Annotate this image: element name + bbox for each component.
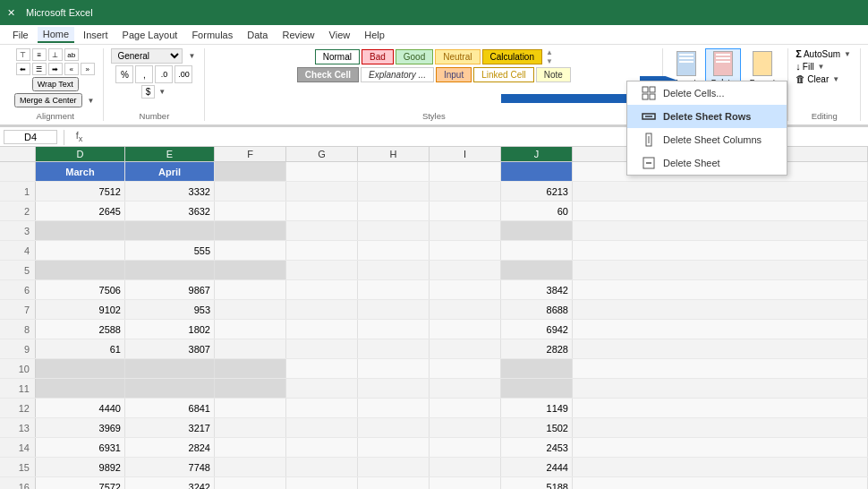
increase-decimal-btn[interactable]: .0	[155, 65, 173, 83]
cell-e-14[interactable]: 2824	[125, 438, 215, 457]
cell-e-12[interactable]: 6841	[125, 399, 215, 417]
align-left-btn[interactable]: ⬅	[16, 63, 30, 75]
align-bottom-btn[interactable]: ⊥	[48, 48, 63, 61]
cell-j-14[interactable]: 2453	[501, 438, 573, 457]
cell-h-11[interactable]	[358, 379, 430, 398]
cell-g-16[interactable]	[286, 477, 358, 489]
cell-f-3[interactable]	[215, 221, 286, 240]
style-bad-btn[interactable]: Bad	[362, 49, 394, 64]
style-normal-btn[interactable]: Normal	[315, 49, 360, 64]
cell-f-9[interactable]	[215, 339, 286, 358]
cell-g-9[interactable]	[286, 339, 358, 358]
cell-i-11[interactable]	[430, 379, 501, 398]
delete-cells-item[interactable]: Delete Cells...	[627, 82, 787, 105]
cell-f-7[interactable]	[215, 300, 286, 319]
cell-j-2[interactable]: 60	[501, 202, 573, 220]
fill-arrow[interactable]: ▼	[816, 63, 827, 71]
cell-h-1[interactable]	[358, 182, 430, 201]
cell-g-10[interactable]	[286, 359, 358, 378]
cell-h-2[interactable]	[358, 202, 430, 220]
comma-style-btn[interactable]: ,	[135, 65, 153, 83]
autosum-arrow[interactable]: ▼	[842, 50, 853, 58]
wrap-text-btn[interactable]: Wrap Text	[32, 77, 79, 91]
cell-e-9[interactable]: 3807	[125, 339, 215, 358]
align-right-btn[interactable]: ➡	[48, 63, 63, 75]
cell-g-4[interactable]	[286, 241, 358, 260]
decrease-decimal-btn[interactable]: .00	[174, 65, 192, 83]
cell-d-5[interactable]	[36, 261, 125, 279]
cell-g-3[interactable]	[286, 221, 358, 240]
align-middle-btn[interactable]: ≡	[32, 48, 47, 61]
cell-d-2[interactable]: 2645	[36, 202, 125, 220]
cell-j-6[interactable]: 3842	[501, 280, 573, 299]
menu-help[interactable]: Help	[359, 28, 390, 42]
cell-h-14[interactable]	[358, 438, 430, 457]
col-header-j[interactable]: J	[501, 147, 573, 161]
style-neutral-btn[interactable]: Neutral	[435, 49, 480, 64]
cell-d-16[interactable]: 7572	[36, 477, 125, 489]
menu-formulas[interactable]: Formulas	[186, 28, 238, 42]
cell-g-12[interactable]	[286, 399, 358, 417]
cell-h-9[interactable]	[358, 339, 430, 358]
cell-d-12[interactable]: 4440	[36, 399, 125, 417]
cell-f-10[interactable]	[215, 359, 286, 378]
cell-h-6[interactable]	[358, 280, 430, 299]
cell-j-7[interactable]: 8688	[501, 300, 573, 319]
cell-j-4[interactable]	[501, 241, 573, 260]
cell-i-4[interactable]	[430, 241, 501, 260]
cell-h-15[interactable]	[358, 458, 430, 476]
cell-i-6[interactable]	[430, 280, 501, 299]
cell-h-12[interactable]	[358, 399, 430, 417]
cell-i-head[interactable]	[430, 162, 501, 181]
align-center-btn[interactable]: ☰	[32, 63, 47, 75]
cell-f-1[interactable]	[215, 182, 286, 201]
delete-sheet-item[interactable]: Delete Sheet	[627, 151, 787, 175]
cell-e-13[interactable]: 3217	[125, 418, 215, 437]
name-box[interactable]	[4, 130, 57, 144]
align-top-btn[interactable]: ⊤	[16, 48, 30, 61]
delete-sheet-columns-item[interactable]: Delete Sheet Columns	[627, 128, 787, 151]
cell-d-15[interactable]: 9892	[36, 458, 125, 476]
delete-sheet-rows-item[interactable]: Delete Sheet Rows	[627, 105, 787, 128]
style-calculation-btn[interactable]: Calculation	[482, 49, 542, 64]
cell-d-4[interactable]	[36, 241, 125, 260]
styles-scroll-down[interactable]: ▼	[546, 57, 553, 66]
style-explanatory-btn[interactable]: Explanatory ...	[361, 67, 434, 82]
clear-label[interactable]: Clear	[807, 74, 829, 84]
cell-d-10[interactable]	[36, 359, 125, 378]
cell-g-14[interactable]	[286, 438, 358, 457]
cell-i-5[interactable]	[430, 261, 501, 279]
style-input-btn[interactable]: Input	[436, 67, 472, 82]
cell-j-13[interactable]: 1502	[501, 418, 573, 437]
cell-j-8[interactable]: 6942	[501, 320, 573, 339]
cell-g-head[interactable]	[286, 162, 358, 181]
cell-e-16[interactable]: 3242	[125, 477, 215, 489]
col-header-g[interactable]: G	[286, 147, 358, 161]
cell-j-15[interactable]: 2444	[501, 458, 573, 476]
cell-f-8[interactable]	[215, 320, 286, 339]
percent-style-btn[interactable]: %	[115, 65, 133, 83]
accounting-btn[interactable]: $	[141, 85, 156, 99]
clear-arrow[interactable]: ▼	[830, 75, 841, 83]
cell-i-7[interactable]	[430, 300, 501, 319]
cell-h-10[interactable]	[358, 359, 430, 378]
cell-e-2[interactable]: 3632	[125, 202, 215, 220]
cell-g-2[interactable]	[286, 202, 358, 220]
cell-f-6[interactable]	[215, 280, 286, 299]
menu-view[interactable]: View	[324, 28, 356, 42]
cell-f-11[interactable]	[215, 379, 286, 398]
merge-center-btn[interactable]: Merge & Center	[14, 93, 82, 107]
number-format-arrow[interactable]: ▼	[186, 52, 197, 60]
cell-i-10[interactable]	[430, 359, 501, 378]
cell-d-1[interactable]: 7512	[36, 182, 125, 201]
cell-i-15[interactable]	[430, 458, 501, 476]
cell-h-16[interactable]	[358, 477, 430, 489]
text-direction-btn[interactable]: ab	[64, 48, 79, 61]
cell-e-8[interactable]: 1802	[125, 320, 215, 339]
cell-h-13[interactable]	[358, 418, 430, 437]
cell-h-8[interactable]	[358, 320, 430, 339]
cell-h-head[interactable]	[358, 162, 430, 181]
cell-g-1[interactable]	[286, 182, 358, 201]
cell-f-12[interactable]	[215, 399, 286, 417]
cell-j-11[interactable]	[501, 379, 573, 398]
